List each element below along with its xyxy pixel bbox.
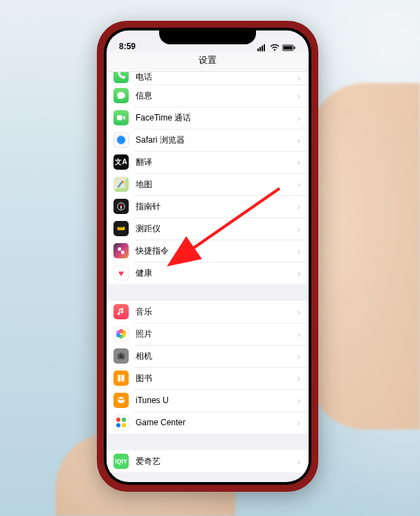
row-label: 信息 — [136, 90, 298, 102]
shortcuts-icon — [113, 243, 129, 258]
chevron-right-icon: › — [298, 307, 300, 317]
row-label: 地图 — [136, 179, 298, 190]
row-label: 照片 — [136, 328, 298, 340]
svg-rect-1 — [259, 47, 261, 51]
chevron-right-icon: › — [298, 329, 300, 339]
settings-row-music[interactable]: 音乐› — [107, 301, 309, 323]
row-label: 指南针 — [136, 201, 298, 213]
row-label: 图书 — [136, 373, 298, 384]
signal-icon — [257, 44, 267, 51]
safari-icon — [113, 132, 129, 148]
chevron-right-icon: › — [298, 373, 300, 384]
page-title: 设置 — [199, 55, 217, 65]
chevron-right-icon: › — [298, 91, 300, 101]
status-time: 8:59 — [119, 42, 136, 51]
svg-rect-17 — [118, 247, 121, 251]
chevron-right-icon: › — [298, 456, 300, 467]
settings-row-maps[interactable]: 地图› — [107, 173, 309, 195]
screen: 8:59 设置 电话›信息›FaceTime 通话›Safari 浏览器›文A翻 — [107, 30, 309, 482]
svg-point-10 — [117, 136, 125, 144]
settings-row-measure[interactable]: 测距仪› — [107, 217, 309, 240]
settings-row-translate[interactable]: 文A翻译› — [107, 151, 309, 173]
settings-row-shortcuts[interactable]: 快捷指令› — [107, 240, 309, 262]
row-label: 测距仪 — [136, 223, 298, 235]
chevron-right-icon: › — [298, 113, 300, 123]
phone-icon — [113, 72, 129, 83]
settings-list[interactable]: 电话›信息›FaceTime 通话›Safari 浏览器›文A翻译›地图›指南针… — [107, 72, 309, 482]
svg-rect-8 — [117, 116, 122, 121]
row-label: 健康 — [136, 267, 298, 279]
music-icon — [113, 304, 129, 319]
svg-rect-7 — [294, 46, 295, 49]
chevron-right-icon: › — [298, 202, 300, 212]
settings-group: 音乐›照片›相机›图书›iTunes U›Game Center› — [107, 301, 309, 434]
chevron-right-icon: › — [298, 418, 300, 428]
row-label: FaceTime 通话 — [136, 112, 298, 124]
svg-point-20 — [120, 355, 123, 358]
row-label: iTunes U — [136, 395, 298, 405]
svg-rect-6 — [284, 46, 293, 50]
phone-frame: 8:59 设置 电话›信息›FaceTime 通话›Safari 浏览器›文A翻 — [97, 21, 318, 492]
itunesu-icon — [113, 393, 129, 408]
wifi-icon — [270, 44, 280, 51]
row-label: Game Center — [136, 418, 298, 427]
navbar: 设置 — [107, 53, 309, 72]
chevron-right-icon: › — [298, 351, 300, 362]
row-label: 翻译 — [136, 157, 298, 168]
row-label: 电话 — [136, 72, 298, 83]
settings-row-books[interactable]: 图书› — [107, 367, 309, 389]
health-icon: ♥ — [113, 265, 129, 281]
chevron-right-icon: › — [298, 395, 300, 406]
svg-rect-13 — [118, 227, 125, 231]
row-label: 音乐 — [136, 306, 298, 318]
settings-row-facetime[interactable]: FaceTime 通话› — [107, 107, 309, 129]
books-icon — [113, 371, 129, 386]
svg-rect-21 — [120, 353, 123, 354]
chevron-right-icon: › — [298, 268, 300, 278]
chevron-right-icon: › — [298, 157, 300, 168]
settings-row-itunesu[interactable]: iTunes U› — [107, 389, 309, 411]
svg-rect-0 — [257, 48, 259, 51]
row-label: 爱奇艺 — [136, 456, 298, 468]
row-label: Safari 浏览器 — [136, 134, 298, 146]
svg-point-4 — [274, 49, 275, 51]
settings-row-messages[interactable]: 信息› — [107, 84, 309, 107]
settings-row-iqiyi[interactable]: iQIY爱奇艺› — [107, 450, 309, 472]
svg-point-11 — [122, 181, 125, 184]
settings-row-compass[interactable]: 指南针› — [107, 195, 309, 217]
chevron-right-icon: › — [298, 73, 300, 83]
facetime-icon — [113, 110, 129, 125]
iqiyi-icon: iQIY — [113, 454, 129, 469]
battery-icon — [282, 44, 296, 51]
translate-icon: 文A — [113, 154, 129, 170]
settings-row-phone[interactable]: 电话› — [107, 72, 309, 84]
settings-row-gc[interactable]: Game Center› — [107, 411, 309, 434]
settings-group: 电话›信息›FaceTime 通话›Safari 浏览器›文A翻译›地图›指南针… — [107, 72, 309, 284]
chevron-right-icon: › — [298, 179, 300, 190]
chevron-right-icon: › — [298, 246, 300, 256]
photos-icon — [113, 326, 129, 341]
camera-icon — [113, 348, 129, 364]
settings-row-health[interactable]: ♥健康› — [107, 262, 309, 284]
maps-icon — [113, 177, 129, 192]
measure-icon — [113, 221, 129, 236]
chevron-right-icon: › — [298, 135, 300, 145]
svg-rect-2 — [262, 46, 263, 51]
settings-row-safari[interactable]: Safari 浏览器› — [107, 129, 309, 151]
chevron-right-icon: › — [298, 224, 300, 234]
gamecenter-icon — [113, 415, 129, 430]
compass-icon — [113, 199, 129, 214]
settings-row-camera[interactable]: 相机› — [107, 345, 309, 367]
notch — [159, 28, 256, 44]
settings-group: iQIY爱奇艺› — [107, 450, 309, 472]
row-label: 快捷指令 — [136, 245, 298, 257]
row-label: 相机 — [136, 350, 298, 362]
messages-icon — [113, 88, 129, 103]
svg-rect-3 — [264, 44, 265, 51]
svg-rect-18 — [121, 251, 125, 254]
settings-row-photos[interactable]: 照片› — [107, 323, 309, 345]
